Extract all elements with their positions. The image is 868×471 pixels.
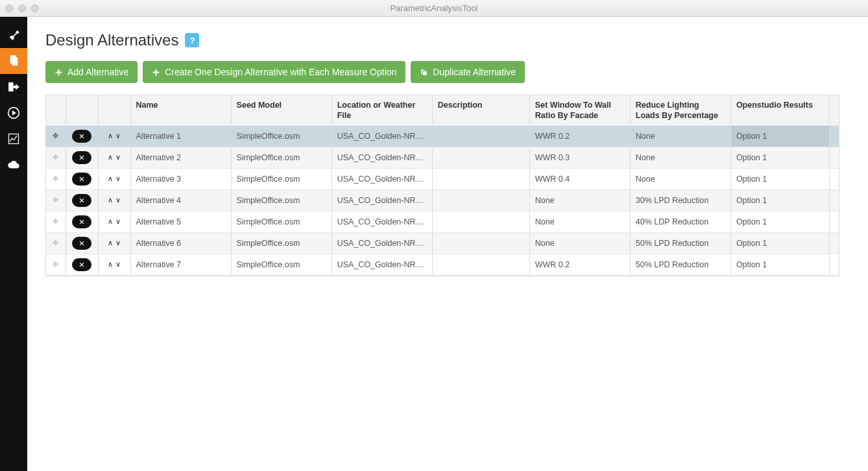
cell-name[interactable]: Alternative 4 bbox=[130, 189, 231, 211]
move-up-button[interactable]: ∧ bbox=[108, 175, 113, 183]
move-down-button[interactable]: ∨ bbox=[115, 239, 121, 247]
cell-location[interactable]: USA_CO_Golden-NREL.... bbox=[332, 168, 432, 189]
sidebar-item-alternatives[interactable] bbox=[0, 48, 27, 74]
cell-description[interactable] bbox=[432, 125, 529, 147]
drag-handle-icon[interactable]: ✥ bbox=[51, 260, 60, 269]
move-up-button[interactable]: ∧ bbox=[108, 196, 113, 204]
move-down-button[interactable]: ∨ bbox=[115, 196, 121, 204]
cell-location[interactable]: USA_CO_Golden-NREL.... bbox=[332, 189, 432, 211]
table-row[interactable]: ✥∧∨Alternative 5SimpleOffice.osmUSA_CO_G… bbox=[46, 211, 839, 232]
move-down-button[interactable]: ∨ bbox=[115, 132, 121, 140]
add-alternative-button[interactable]: Add Alternative bbox=[45, 61, 138, 83]
col-open[interactable]: Openstudio Results bbox=[730, 95, 829, 125]
delete-row-button[interactable] bbox=[72, 194, 91, 207]
drag-handle-icon[interactable]: ✥ bbox=[51, 153, 60, 162]
duplicate-alternative-button[interactable]: Duplicate Alternative bbox=[411, 61, 525, 83]
cell-name[interactable]: Alternative 1 bbox=[130, 125, 231, 147]
cell-location[interactable]: USA_CO_Golden-NREL.... bbox=[332, 254, 432, 275]
close-window[interactable] bbox=[5, 5, 13, 12]
sidebar-item-reports[interactable] bbox=[0, 126, 27, 152]
cell-seed[interactable]: SimpleOffice.osm bbox=[231, 211, 332, 232]
drag-handle-icon[interactable]: ✥ bbox=[51, 132, 60, 140]
delete-row-button[interactable] bbox=[72, 237, 91, 250]
move-up-button[interactable]: ∧ bbox=[108, 132, 113, 140]
cell-description[interactable] bbox=[432, 211, 529, 232]
drag-handle-icon[interactable]: ✥ bbox=[51, 175, 60, 183]
delete-row-button[interactable] bbox=[72, 151, 91, 164]
cell-wwr[interactable]: None bbox=[529, 211, 630, 232]
move-down-button[interactable]: ∨ bbox=[115, 217, 121, 226]
drag-handle-icon[interactable]: ✥ bbox=[51, 239, 60, 247]
drag-handle-icon[interactable]: ✥ bbox=[51, 217, 60, 226]
table-row[interactable]: ✥∧∨Alternative 6SimpleOffice.osmUSA_CO_G… bbox=[46, 232, 839, 254]
cell-seed[interactable]: SimpleOffice.osm bbox=[231, 147, 332, 168]
delete-row-button[interactable] bbox=[72, 130, 91, 143]
delete-row-button[interactable] bbox=[72, 258, 91, 271]
cell-description[interactable] bbox=[432, 168, 529, 189]
move-up-button[interactable]: ∧ bbox=[108, 260, 113, 269]
table-row[interactable]: ✥∧∨Alternative 3SimpleOffice.osmUSA_CO_G… bbox=[46, 168, 839, 189]
cell-name[interactable]: Alternative 7 bbox=[130, 254, 231, 275]
cell-open[interactable]: Option 1 bbox=[730, 189, 829, 211]
cell-lpd[interactable]: 30% LPD Reduction bbox=[630, 189, 730, 211]
cell-location[interactable]: USA_CO_Golden-NREL.... bbox=[332, 147, 432, 168]
cell-open[interactable]: Option 1 bbox=[730, 232, 829, 254]
table-row[interactable]: ✥∧∨Alternative 2SimpleOffice.osmUSA_CO_G… bbox=[46, 147, 839, 168]
move-up-button[interactable]: ∧ bbox=[108, 217, 113, 226]
col-location[interactable]: Location or Weather File bbox=[332, 95, 432, 125]
cell-wwr[interactable]: None bbox=[529, 232, 630, 254]
sidebar-item-export[interactable] bbox=[0, 74, 27, 100]
cell-location[interactable]: USA_CO_Golden-NREL.... bbox=[332, 232, 432, 254]
cell-open[interactable]: Option 1 bbox=[730, 147, 829, 168]
cell-wwr[interactable]: WWR 0.2 bbox=[529, 125, 630, 147]
cell-open[interactable]: Option 1 bbox=[730, 168, 829, 189]
cell-lpd[interactable]: 50% LPD Reduction bbox=[630, 254, 730, 275]
col-description[interactable]: Description bbox=[432, 95, 529, 125]
cell-seed[interactable]: SimpleOffice.osm bbox=[231, 189, 332, 211]
delete-row-button[interactable] bbox=[72, 215, 91, 228]
cell-lpd[interactable]: None bbox=[630, 168, 730, 189]
table-row[interactable]: ✥∧∨Alternative 1SimpleOffice.osmUSA_CO_G… bbox=[46, 125, 839, 147]
cell-wwr[interactable]: WWR 0.4 bbox=[529, 168, 630, 189]
move-down-button[interactable]: ∨ bbox=[115, 153, 121, 162]
col-wwr[interactable]: Set Window To Wall Ratio By Facade bbox=[529, 95, 630, 125]
sidebar-item-tools[interactable] bbox=[0, 22, 27, 48]
cell-lpd[interactable]: 40% LDP Reduction bbox=[630, 211, 730, 232]
cell-seed[interactable]: SimpleOffice.osm bbox=[231, 168, 332, 189]
drag-handle-icon[interactable]: ✥ bbox=[51, 196, 60, 204]
cell-seed[interactable]: SimpleOffice.osm bbox=[231, 125, 332, 147]
cell-open[interactable]: Option 1 bbox=[730, 211, 829, 232]
cell-name[interactable]: Alternative 6 bbox=[130, 232, 231, 254]
col-lpd[interactable]: Reduce Lighting Loads By Percentage bbox=[630, 95, 730, 125]
cell-seed[interactable]: SimpleOffice.osm bbox=[231, 254, 332, 275]
help-button[interactable]: ? bbox=[185, 33, 199, 47]
cell-wwr[interactable]: WWR 0.2 bbox=[529, 254, 630, 275]
maximize-window[interactable] bbox=[31, 5, 39, 12]
table-row[interactable]: ✥∧∨Alternative 7SimpleOffice.osmUSA_CO_G… bbox=[46, 254, 839, 275]
cell-lpd[interactable]: None bbox=[630, 125, 730, 147]
cell-lpd[interactable]: None bbox=[630, 147, 730, 168]
cell-lpd[interactable]: 50% LPD Reduction bbox=[630, 232, 730, 254]
create-each-button[interactable]: Create One Design Alternative with Each … bbox=[143, 61, 405, 83]
cell-seed[interactable]: SimpleOffice.osm bbox=[231, 232, 332, 254]
table-row[interactable]: ✥∧∨Alternative 4SimpleOffice.osmUSA_CO_G… bbox=[46, 189, 839, 211]
cell-open[interactable]: Option 1 bbox=[730, 125, 829, 147]
cell-location[interactable]: USA_CO_Golden-NREL.... bbox=[332, 125, 432, 147]
cell-location[interactable]: USA_CO_Golden-NREL.... bbox=[332, 211, 432, 232]
minimize-window[interactable] bbox=[18, 5, 26, 12]
move-down-button[interactable]: ∨ bbox=[115, 260, 121, 269]
cell-name[interactable]: Alternative 2 bbox=[130, 147, 231, 168]
col-name[interactable]: Name bbox=[130, 95, 231, 125]
move-up-button[interactable]: ∧ bbox=[108, 239, 113, 247]
cell-description[interactable] bbox=[432, 189, 529, 211]
col-seed[interactable]: Seed Model bbox=[231, 95, 332, 125]
sidebar-item-run[interactable] bbox=[0, 100, 27, 126]
delete-row-button[interactable] bbox=[72, 173, 91, 186]
move-up-button[interactable]: ∧ bbox=[108, 153, 113, 162]
cell-open[interactable]: Option 1 bbox=[730, 254, 829, 275]
cell-name[interactable]: Alternative 5 bbox=[130, 211, 231, 232]
cell-wwr[interactable]: None bbox=[529, 189, 630, 211]
cell-description[interactable] bbox=[432, 147, 529, 168]
cell-name[interactable]: Alternative 3 bbox=[130, 168, 231, 189]
cell-description[interactable] bbox=[432, 254, 529, 275]
